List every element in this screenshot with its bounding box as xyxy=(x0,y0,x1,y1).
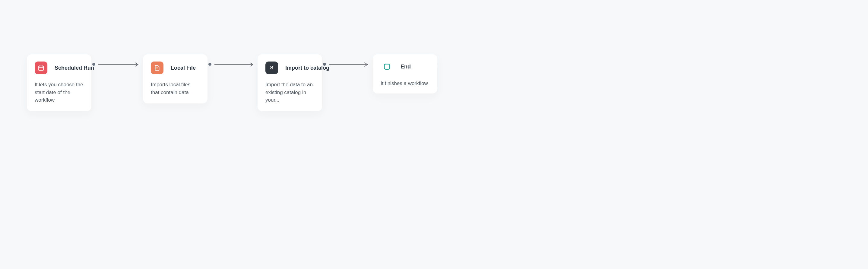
node-title: End xyxy=(401,64,411,70)
svg-rect-10 xyxy=(384,64,390,69)
node-scheduled-run[interactable]: Scheduled Run It lets you choose the sta… xyxy=(27,54,91,111)
node-title: Scheduled Run xyxy=(55,65,94,71)
output-port[interactable] xyxy=(323,63,326,66)
svg-text:S: S xyxy=(270,65,273,70)
node-end[interactable]: End It finishes a workflow xyxy=(373,54,437,93)
connector-arrow xyxy=(329,62,370,67)
node-local-file[interactable]: Local File Imports local files that cont… xyxy=(143,54,208,103)
output-port[interactable] xyxy=(208,63,211,66)
connector-arrow xyxy=(214,62,255,67)
connector-arrow xyxy=(98,62,141,67)
output-port[interactable] xyxy=(92,63,95,66)
svg-rect-0 xyxy=(39,66,44,70)
workflow-canvas[interactable]: Scheduled Run It lets you choose the sta… xyxy=(0,0,868,269)
node-title: Import to catalog xyxy=(285,65,329,71)
s-icon: S xyxy=(266,62,278,74)
node-import-catalog[interactable]: S Import to catalog Import the data to a… xyxy=(257,54,322,111)
node-description: Import the data to an existing catalog i… xyxy=(266,81,314,104)
node-description: Imports local files that contain data xyxy=(151,81,200,96)
node-title: Local File xyxy=(171,65,196,71)
calendar-icon xyxy=(35,62,48,74)
stop-icon xyxy=(381,60,393,73)
file-icon xyxy=(151,62,163,74)
node-description: It lets you choose the start date of the… xyxy=(35,81,84,104)
node-description: It finishes a workflow xyxy=(381,80,430,87)
